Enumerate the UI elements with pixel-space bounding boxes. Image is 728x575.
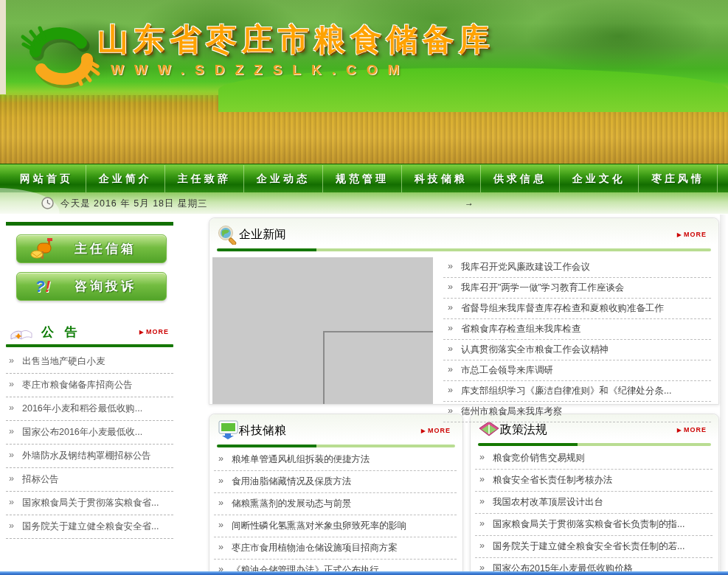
notice-item[interactable]: 国家公布2016年小麦最低收...	[6, 421, 173, 445]
today-date-text: 今天是 2016 年 5月 18日 星期三	[60, 192, 208, 215]
notice-item[interactable]: 2016年小麦和稻谷最低收购...	[6, 397, 173, 421]
company-news-header: 企业新闻 MORE	[209, 218, 718, 245]
nav-item-home[interactable]: 网站首页	[7, 165, 86, 192]
policy-regulation-panel: 政策法规 MORE 粮食竞价销售交易规则 粮食安全省长责任制考核办法 我国农村改…	[470, 414, 719, 575]
news-item[interactable]: 德州市粮食局来我库考察	[443, 402, 711, 422]
policy-item[interactable]: 国务院关于建立健全粮食安全省长责任制的若...	[475, 536, 713, 558]
news-image-slideshow[interactable]	[212, 257, 433, 404]
notice-item[interactable]: 国家粮食局关于贯彻落实粮食省...	[6, 492, 173, 515]
bottom-blue-bar	[0, 571, 728, 575]
news-item[interactable]: 我库召开"两学一做"学习教育工作座谈会	[443, 278, 711, 299]
director-mailbox-label: 主任信箱	[55, 240, 156, 257]
nav-item-supply-demand[interactable]: 供求信息	[481, 165, 560, 192]
policy-regulation-list: 粮食竞价销售交易规则 粮食安全省长责任制考核办法 我国农村改革顶层设计出台 国家…	[475, 447, 713, 575]
company-news-title: 企业新闻	[239, 227, 286, 243]
consult-complaint-label: 咨询投诉	[55, 278, 156, 295]
notice-list: 出售当地产硬白小麦 枣庄市粮食储备库招商公告 2016年小麦和稻谷最低收购...…	[6, 350, 173, 539]
main-nav: 网站首页 企业简介 主任致辞 企业动态 规范管理 科技储粮 供求信息 企业文化 …	[0, 164, 728, 192]
policy-item[interactable]: 粮食安全省长责任制考核办法	[475, 470, 713, 492]
date-bar: 今天是 2016 年 5月 18日 星期三 →	[0, 192, 728, 215]
news-item[interactable]: 省粮食库存检查组来我库检查	[443, 319, 711, 340]
magnifier-globe-icon	[217, 224, 239, 245]
nav-item-standard-management[interactable]: 规范管理	[323, 165, 402, 192]
consult-complaint-button[interactable]: ?! 咨询投诉	[16, 272, 167, 301]
nav-item-director-speech[interactable]: 主任致辞	[165, 165, 244, 192]
notice-underline	[6, 344, 173, 347]
tech-storage-panel: 科技储粮 MORE 粮堆单管通风机组拆装的便捷方法 食用油脂储藏情况及保质方法 …	[209, 414, 463, 575]
company-news-more-link[interactable]: MORE	[677, 231, 707, 238]
policy-regulation-title: 政策法规	[500, 422, 547, 438]
nav-item-contact-us[interactable]: 联系我们	[718, 165, 728, 192]
nav-item-company-culture[interactable]: 企业文化	[560, 165, 639, 192]
company-news-body: 我库召开党风廉政建设工作会议 我库召开"两学一做"学习教育工作座谈会 省督导组来…	[209, 251, 718, 422]
notice-section-header: 公 告 MORE	[6, 323, 173, 341]
company-news-panel: 企业新闻 MORE 我库召开党风廉政建设工作会议 我库召开"两学一做"学习教育工…	[209, 217, 719, 405]
news-item[interactable]: 认真贯彻落实全市粮食工作会议精神	[443, 340, 711, 360]
tech-item[interactable]: 粮堆单管通风机组拆装的便捷方法	[214, 449, 457, 471]
tech-item[interactable]: 间断性磷化氢熏蒸对米象虫卵致死率的影响	[214, 515, 457, 537]
main-area: 主任信箱 ?! 咨询投诉 公 告 MORE 出售当地产硬白小麦 枣庄市粮食储备库…	[0, 215, 728, 575]
tech-item[interactable]: 食用油脂储藏情况及保质方法	[214, 471, 457, 493]
policy-item[interactable]: 国家粮食局关于贯彻落实粮食省长负责制的指...	[475, 514, 713, 536]
tech-storage-header: 科技储粮 MORE	[209, 414, 462, 441]
clock-icon	[41, 197, 54, 209]
news-image-inner-frame	[323, 331, 433, 404]
marquee-arrow: →	[465, 192, 474, 213]
notice-item[interactable]: 出售当地产硬白小麦	[6, 350, 173, 374]
policy-regulation-underline	[478, 443, 711, 446]
policy-item[interactable]: 我国农村改革顶层设计出台	[475, 492, 713, 514]
news-item[interactable]: 我库召开党风廉政建设工作会议	[443, 257, 711, 278]
nav-item-tech-grain-storage[interactable]: 科技储粮	[402, 165, 481, 192]
sidebar-top-bar	[6, 222, 173, 226]
notice-item[interactable]: 国务院关于建立健全粮食安全省...	[6, 515, 173, 539]
company-news-list: 我库召开党风廉政建设工作会议 我库召开"两学一做"学习教育工作座谈会 省督导组来…	[443, 257, 711, 422]
notice-more-link[interactable]: MORE	[139, 328, 169, 335]
news-item[interactable]: 库支部组织学习《廉洁自律准则》和《纪律处分条...	[443, 381, 711, 402]
question-exclamation-icon: ?!	[30, 276, 55, 298]
tech-storage-title: 科技储粮	[239, 423, 286, 439]
policy-book-icon	[478, 420, 500, 439]
director-mailbox-button[interactable]: 主任信箱	[16, 234, 167, 263]
nav-item-zaozhuang-scenery[interactable]: 枣庄风情	[639, 165, 718, 192]
news-item[interactable]: 市总工会领导来库调研	[443, 360, 711, 381]
mailbox-icon	[30, 238, 55, 260]
site-title: 山东省枣庄市粮食储备库	[97, 19, 495, 60]
sidebar: 主任信箱 ?! 咨询投诉 公 告 MORE 出售当地产硬白小麦 枣庄市粮食储备库…	[6, 222, 173, 575]
tech-item[interactable]: 储粮熏蒸剂的发展动态与前景	[214, 493, 457, 515]
policy-regulation-more-link[interactable]: MORE	[677, 426, 707, 433]
policy-item[interactable]: 粮食竞价销售交易规则	[475, 447, 713, 470]
page: 山东省枣庄市粮食储备库 WWW.SDZZSLK.COM 网站首页 企业简介 主任…	[0, 0, 728, 575]
site-url-text: WWW.SDZZSLK.COM	[111, 62, 409, 78]
notice-item[interactable]: 招标公告	[6, 468, 173, 492]
computer-monitor-icon	[217, 420, 239, 441]
notice-item[interactable]: 外墙防水及钢结构罩棚招标公告	[6, 445, 173, 468]
tech-item[interactable]: 枣庄市食用植物油仓储设施项目招商方案	[214, 537, 457, 560]
news-item[interactable]: 省督导组来我库督查库存检查和夏粮收购准备工作	[443, 299, 711, 319]
content-area: 企业新闻 MORE 我库召开党风廉政建设工作会议 我库召开"两学一做"学习教育工…	[209, 217, 719, 575]
nav-item-company-profile[interactable]: 企业简介	[86, 165, 165, 192]
banner: 山东省枣庄市粮食储备库 WWW.SDZZSLK.COM	[0, 0, 728, 164]
open-book-icon	[9, 323, 34, 341]
notice-item[interactable]: 枣庄市粮食储备库招商公告	[6, 374, 173, 397]
lower-panels-row: 科技储粮 MORE 粮堆单管通风机组拆装的便捷方法 食用油脂储藏情况及保质方法 …	[209, 414, 719, 575]
tech-storage-underline	[217, 445, 455, 447]
tech-storage-more-link[interactable]: MORE	[421, 427, 451, 434]
notice-title: 公 告	[41, 324, 81, 341]
tech-storage-list: 粮堆单管通风机组拆装的便捷方法 食用油脂储藏情况及保质方法 储粮熏蒸剂的发展动态…	[214, 449, 457, 575]
nav-item-company-news[interactable]: 企业动态	[244, 165, 323, 192]
